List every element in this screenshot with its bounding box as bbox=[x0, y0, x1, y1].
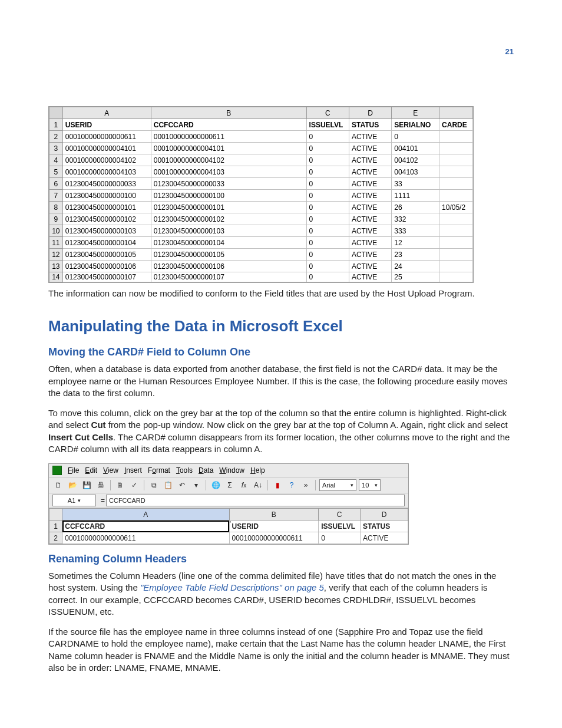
menu-view[interactable]: View bbox=[103, 466, 118, 475]
menu-data[interactable]: Data bbox=[199, 466, 213, 475]
spellcheck-icon[interactable]: ✓ bbox=[128, 479, 140, 491]
col-header-F[interactable] bbox=[439, 107, 473, 119]
cell[interactable] bbox=[439, 166, 473, 178]
cell[interactable]: ACTIVE bbox=[349, 225, 391, 237]
cell[interactable]: 33 bbox=[392, 178, 439, 190]
chart-icon[interactable]: ▮ bbox=[272, 479, 283, 491]
cell[interactable]: 000100000000004103 bbox=[151, 166, 306, 178]
cell[interactable]: 0 bbox=[306, 213, 349, 225]
help-icon[interactable]: ? bbox=[286, 479, 297, 491]
menu-insert[interactable]: Insert bbox=[124, 466, 142, 475]
cell[interactable]: 012300450000000107 bbox=[151, 272, 306, 282]
cell[interactable]: 012300450000000101 bbox=[62, 202, 151, 213]
cell[interactable]: CCFCCARD bbox=[62, 521, 229, 532]
cell[interactable]: 000100000000000611 bbox=[62, 131, 151, 143]
cell[interactable]: ACTIVE bbox=[349, 213, 391, 225]
new-icon[interactable]: 🗋 bbox=[52, 479, 64, 491]
row-header-2[interactable]: 2 bbox=[49, 532, 62, 544]
col-header-C[interactable]: C bbox=[306, 107, 349, 119]
cross-reference-link[interactable]: "Employee Table Field Descriptions" on p… bbox=[140, 582, 324, 592]
cell[interactable]: 012300450000000100 bbox=[151, 190, 306, 202]
cell[interactable]: 012300450000000100 bbox=[62, 190, 151, 202]
autosum-icon[interactable]: Σ bbox=[224, 479, 236, 491]
cell[interactable]: 0 bbox=[306, 166, 349, 178]
menu-tools[interactable]: Tools bbox=[176, 466, 193, 475]
cell[interactable]: 0 bbox=[306, 272, 349, 282]
cell[interactable]: 000100000000000611 bbox=[62, 532, 229, 544]
cell[interactable]: 004102 bbox=[392, 154, 439, 166]
print-icon[interactable]: 🖶 bbox=[95, 479, 107, 491]
row-header[interactable]: 4 bbox=[49, 154, 63, 166]
cell[interactable]: 000100000000004101 bbox=[62, 143, 151, 154]
row-header[interactable]: 8 bbox=[49, 202, 63, 213]
cell[interactable]: 0 bbox=[306, 249, 349, 261]
hyperlink-icon[interactable]: 🌐 bbox=[210, 479, 222, 491]
formula-input[interactable]: CCFCCARD bbox=[106, 495, 405, 506]
col-header-C[interactable]: C bbox=[319, 509, 361, 521]
cell[interactable]: 000100000000004102 bbox=[62, 154, 151, 166]
cell[interactable]: 012300450000000103 bbox=[151, 225, 306, 237]
cell[interactable]: 000100000000004101 bbox=[151, 143, 306, 154]
cell[interactable]: ACTIVE bbox=[349, 202, 391, 213]
cell[interactable]: 'USERID bbox=[229, 521, 319, 532]
cell[interactable]: 25 bbox=[392, 272, 439, 282]
row-header[interactable]: 3 bbox=[49, 143, 63, 154]
cell[interactable] bbox=[439, 272, 473, 282]
cell[interactable] bbox=[439, 178, 473, 190]
cell[interactable]: 26 bbox=[392, 202, 439, 213]
cell[interactable]: 0 bbox=[306, 261, 349, 272]
cell[interactable] bbox=[439, 249, 473, 261]
cell[interactable]: 0 bbox=[392, 131, 439, 143]
row-header[interactable]: 2 bbox=[49, 131, 63, 143]
cell[interactable]: 0 bbox=[306, 154, 349, 166]
font-size-select[interactable]: 10 bbox=[359, 479, 381, 491]
menu-help[interactable]: Help bbox=[250, 466, 265, 475]
cell[interactable]: 012300450000000102 bbox=[151, 213, 306, 225]
cell[interactable]: 332 bbox=[392, 213, 439, 225]
row-header[interactable]: 6 bbox=[49, 178, 63, 190]
cell[interactable]: 012300450000000106 bbox=[62, 261, 151, 272]
cell[interactable]: 012300450000000105 bbox=[62, 249, 151, 261]
col-header-B[interactable]: B bbox=[229, 509, 319, 521]
cell[interactable]: ACTIVE bbox=[349, 178, 391, 190]
cell[interactable] bbox=[439, 237, 473, 249]
col-header-B[interactable]: B bbox=[151, 107, 306, 119]
row-header[interactable]: 10 bbox=[49, 225, 63, 237]
paste-icon[interactable]: 📋 bbox=[162, 479, 174, 491]
cell[interactable]: 1111 bbox=[392, 190, 439, 202]
row-header-1[interactable]: 1 bbox=[49, 521, 62, 532]
col-header-A[interactable]: A bbox=[62, 107, 151, 119]
cell[interactable]: STATUS bbox=[361, 521, 408, 532]
function-icon[interactable]: fx bbox=[238, 479, 250, 491]
cell[interactable]: 004103 bbox=[392, 166, 439, 178]
cell[interactable]: 000100000000004103 bbox=[62, 166, 151, 178]
toolbar-expand-icon[interactable]: » bbox=[300, 479, 312, 491]
print-preview-icon[interactable]: 🗎 bbox=[114, 479, 126, 491]
cell[interactable]: 000100000000004102 bbox=[151, 154, 306, 166]
cell[interactable]: ACTIVE bbox=[349, 237, 391, 249]
row-header[interactable]: 13 bbox=[49, 261, 63, 272]
cell[interactable]: ACTIVE bbox=[349, 190, 391, 202]
row-header[interactable]: 11 bbox=[49, 237, 63, 249]
cell[interactable] bbox=[439, 225, 473, 237]
cell[interactable]: 0 bbox=[306, 190, 349, 202]
cell[interactable]: 23 bbox=[392, 249, 439, 261]
cell[interactable]: ACTIVE bbox=[349, 261, 391, 272]
cell[interactable]: 333 bbox=[392, 225, 439, 237]
menu-file[interactable]: File bbox=[68, 466, 79, 475]
col-header-D[interactable]: D bbox=[361, 509, 408, 521]
cell[interactable]: 0 bbox=[306, 237, 349, 249]
cell[interactable]: ACTIVE bbox=[349, 143, 391, 154]
menu-edit[interactable]: Edit bbox=[85, 466, 97, 475]
row-header[interactable]: 14 bbox=[49, 272, 63, 282]
copy-icon[interactable]: ⧉ bbox=[148, 479, 160, 491]
name-box[interactable]: A1 bbox=[52, 495, 96, 506]
open-icon[interactable]: 📂 bbox=[67, 479, 78, 491]
menu-window[interactable]: Window bbox=[219, 466, 244, 475]
col-header-A[interactable]: A bbox=[62, 509, 229, 521]
cell[interactable]: 0 bbox=[319, 532, 361, 544]
cell[interactable]: ACTIVE bbox=[349, 272, 391, 282]
menu-format[interactable]: Format bbox=[148, 466, 170, 475]
font-name-select[interactable]: Arial bbox=[319, 479, 356, 491]
select-all-corner[interactable] bbox=[49, 107, 63, 119]
